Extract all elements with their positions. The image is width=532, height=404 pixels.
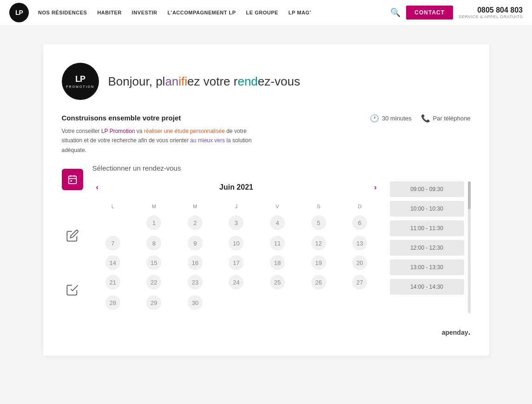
calendar-day[interactable]: 16	[188, 255, 203, 270]
nav-link-investir[interactable]: INVESTIR	[132, 10, 158, 15]
calendar-day[interactable]: 26	[311, 275, 326, 290]
apenday-footer: apenday.	[62, 327, 471, 337]
scroll-thumb	[468, 181, 471, 209]
calendar-day-cell	[257, 292, 298, 313]
calendar-day-cell: 7	[92, 233, 134, 253]
calendar-week-row: 78910111213	[92, 233, 381, 253]
calendar-day-cell: 13	[339, 233, 381, 253]
time-slot-item[interactable]: 13:00 - 13:30	[390, 259, 464, 275]
content-area: Sélectionner un rendez-vous ‹ Juin 2021 …	[62, 164, 471, 313]
calendar-day[interactable]: 28	[105, 295, 120, 310]
calendar-day[interactable]: 1	[146, 215, 161, 230]
project-description: Votre conseiller LP Promotion va réalise…	[62, 126, 266, 155]
edit-step-icon	[64, 227, 81, 244]
contact-button[interactable]: CONTACT	[406, 6, 453, 20]
calendar-day[interactable]: 14	[105, 255, 120, 270]
calendar-day[interactable]: 19	[311, 255, 326, 270]
svg-rect-0	[68, 176, 76, 184]
calendar-day[interactable]: 6	[352, 215, 367, 230]
calendar-day[interactable]: 4	[270, 215, 285, 230]
calendar-day[interactable]: 12	[311, 236, 326, 251]
time-slot-item[interactable]: 11:00 - 11:30	[390, 220, 464, 236]
calendar-day-cell: 26	[298, 272, 339, 292]
calendar-day-cell	[298, 292, 339, 313]
day-headers-row: L M M J V S D	[92, 201, 381, 212]
phone-sub: SERVICE & APPEL GRATUITS	[459, 14, 523, 19]
phone-icon: 📞	[421, 114, 430, 123]
duration-label: 30 minutes	[382, 115, 412, 122]
nav-link-accompagnement[interactable]: L'ACCOMPAGNEMENT LP	[168, 10, 236, 15]
calendar-week-row: 123456	[92, 212, 381, 233]
calendar-day[interactable]: 7	[105, 236, 120, 251]
calendar-day[interactable]: 11	[270, 236, 285, 251]
time-slots-container: 09:00 - 09:3010:00 - 10:3011:00 - 11:301…	[390, 181, 471, 313]
calendar-week-row: 14151617181920	[92, 253, 381, 272]
nav-links: NOS RÉSIDENCES HABITER INVESTIR L'ACCOMP…	[38, 10, 390, 15]
calendar-body: 1234567891011121314151617181920212223242…	[92, 212, 381, 313]
time-slot-item[interactable]: 10:00 - 10:30	[390, 201, 464, 217]
calendar-day-empty	[270, 294, 285, 309]
calendar-day[interactable]: 25	[270, 275, 285, 290]
apenday-dot: .	[468, 327, 470, 337]
calendar-day[interactable]: 29	[146, 295, 161, 310]
calendar-day-cell: 23	[175, 272, 216, 292]
calendar-day-empty	[105, 214, 120, 229]
calendar-day-cell: 25	[257, 272, 298, 292]
day-header-J: J	[216, 201, 257, 212]
nav-link-residences[interactable]: NOS RÉSIDENCES	[38, 10, 87, 15]
calendar-section: Sélectionner un rendez-vous ‹ Juin 2021 …	[92, 164, 471, 313]
time-slot-item[interactable]: 09:00 - 09:30	[390, 181, 464, 197]
calendar-day-cell: 2	[175, 212, 216, 233]
calendar-day[interactable]: 13	[352, 236, 367, 251]
nav-link-habiter[interactable]: HABITER	[97, 10, 121, 15]
calendar-day[interactable]: 21	[105, 275, 120, 290]
phone-item: 📞 Par téléphone	[421, 114, 471, 123]
calendar-day[interactable]: 20	[352, 255, 367, 270]
next-month-button[interactable]: ›	[370, 181, 380, 193]
calendar-step-icon	[62, 169, 83, 190]
scroll-track[interactable]	[468, 181, 471, 313]
phone-block: 0805 804 803 SERVICE & APPEL GRATUITS	[459, 6, 523, 19]
meta-right: 🕐 30 minutes 📞 Par téléphone	[370, 114, 471, 123]
check-icon	[66, 283, 79, 296]
calendar-day-cell: 5	[298, 212, 339, 233]
calendar-day[interactable]: 24	[229, 275, 243, 290]
day-header-V: V	[257, 201, 298, 212]
month-year-label: Juin 2021	[219, 183, 253, 192]
calendar-day[interactable]: 8	[146, 236, 161, 251]
calendar-day[interactable]: 23	[188, 275, 203, 290]
calendar-day[interactable]: 2	[188, 215, 203, 230]
navbar: LP NOS RÉSIDENCES HABITER INVESTIR L'ACC…	[0, 0, 532, 26]
greeting-title: Bonjour, planifiez votre rendez-vous	[108, 74, 300, 89]
calendar-day-cell: 3	[216, 212, 257, 233]
calendar-day-cell: 8	[133, 233, 175, 253]
left-icons	[62, 164, 83, 313]
calendar-day[interactable]: 22	[146, 275, 161, 290]
calendar-week-row: 21222324252627	[92, 272, 381, 292]
time-slot-item[interactable]: 12:00 - 12:30	[390, 240, 464, 256]
search-button[interactable]: 🔍	[390, 7, 401, 18]
calendar-day[interactable]: 15	[146, 255, 161, 270]
nav-link-mag[interactable]: LP MAG'	[289, 10, 311, 15]
calendar-day-cell: 11	[257, 233, 298, 253]
calendar-day[interactable]: 9	[188, 236, 203, 251]
nav-logo-text: LP	[15, 9, 23, 16]
nav-logo[interactable]: LP	[9, 3, 29, 22]
edit-icon	[66, 229, 79, 242]
calendar-day[interactable]: 27	[352, 275, 367, 290]
calendar-day-cell: 28	[92, 292, 134, 313]
calendar-day[interactable]: 30	[188, 295, 203, 310]
calendar-container: ‹ Juin 2021 › L M M J V S	[92, 181, 471, 313]
calendar-day[interactable]: 18	[270, 255, 285, 270]
calendar-day-cell: 14	[92, 253, 134, 272]
nav-link-groupe[interactable]: LE GROUPE	[246, 10, 278, 15]
calendar-day[interactable]: 17	[229, 255, 243, 270]
prev-month-button[interactable]: ‹	[92, 181, 102, 193]
calendar-day[interactable]: 3	[229, 215, 243, 230]
duration-item: 🕐 30 minutes	[370, 114, 412, 123]
calendar-day[interactable]: 5	[311, 215, 326, 230]
time-slot-item[interactable]: 14:00 - 14:30	[390, 279, 464, 295]
phone-number[interactable]: 0805 804 803	[459, 6, 523, 14]
calendar-day-cell: 21	[92, 272, 134, 292]
calendar-day[interactable]: 10	[229, 236, 243, 251]
